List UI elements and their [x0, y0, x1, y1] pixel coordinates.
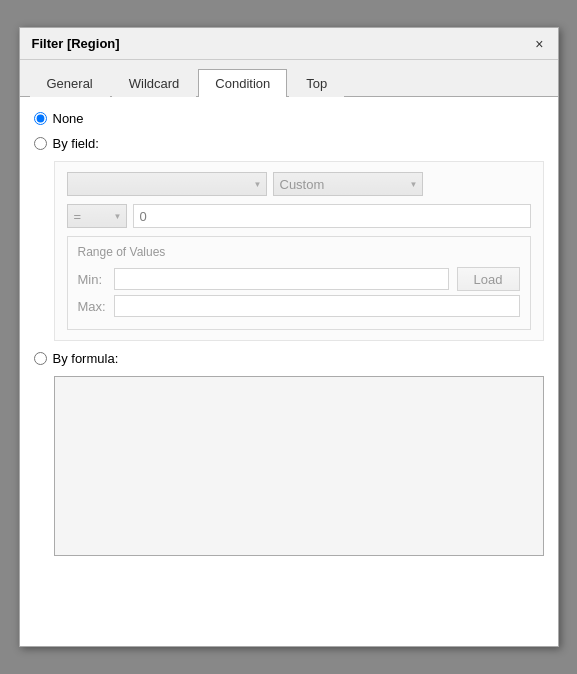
none-radio-row[interactable]: None [34, 111, 544, 126]
dialog-title: Filter [Region] [32, 36, 120, 51]
min-row: Min: Load [78, 267, 520, 291]
min-label: Min: [78, 272, 106, 287]
field-dropdowns-row: Custom [67, 172, 531, 196]
range-box: Range of Values Min: Load Max: [67, 236, 531, 330]
custom-select[interactable]: Custom [273, 172, 423, 196]
title-bar: Filter [Region] × [20, 28, 558, 60]
byformula-radio-row[interactable]: By formula: [34, 351, 544, 366]
field-select-wrapper [67, 172, 267, 196]
byfield-section: Custom = Range of Values Min: [54, 161, 544, 341]
range-title: Range of Values [78, 245, 520, 259]
custom-select-wrapper: Custom [273, 172, 423, 196]
formula-textarea[interactable] [55, 377, 543, 555]
operator-select-wrapper: = [67, 204, 127, 228]
byfield-label: By field: [53, 136, 99, 151]
value-input[interactable] [133, 204, 531, 228]
byformula-radio[interactable] [34, 352, 47, 365]
tab-top[interactable]: Top [289, 69, 344, 97]
max-row: Max: [78, 295, 520, 317]
close-button[interactable]: × [533, 37, 545, 51]
tab-bar: General Wildcard Condition Top [20, 60, 558, 97]
formula-box [54, 376, 544, 556]
byfield-radio[interactable] [34, 137, 47, 150]
load-button[interactable]: Load [457, 267, 520, 291]
operator-value-row: = [67, 204, 531, 228]
field-select[interactable] [67, 172, 267, 196]
max-input[interactable] [114, 295, 520, 317]
dialog: Filter [Region] × General Wildcard Condi… [19, 27, 559, 647]
byfield-radio-row[interactable]: By field: [34, 136, 544, 151]
tab-content: None By field: Custom [20, 97, 558, 646]
max-label: Max: [78, 299, 106, 314]
byformula-label: By formula: [53, 351, 119, 366]
tab-general[interactable]: General [30, 69, 110, 97]
tab-condition[interactable]: Condition [198, 69, 287, 97]
none-radio[interactable] [34, 112, 47, 125]
none-label: None [53, 111, 84, 126]
tab-wildcard[interactable]: Wildcard [112, 69, 197, 97]
operator-select[interactable]: = [67, 204, 127, 228]
min-input[interactable] [114, 268, 449, 290]
